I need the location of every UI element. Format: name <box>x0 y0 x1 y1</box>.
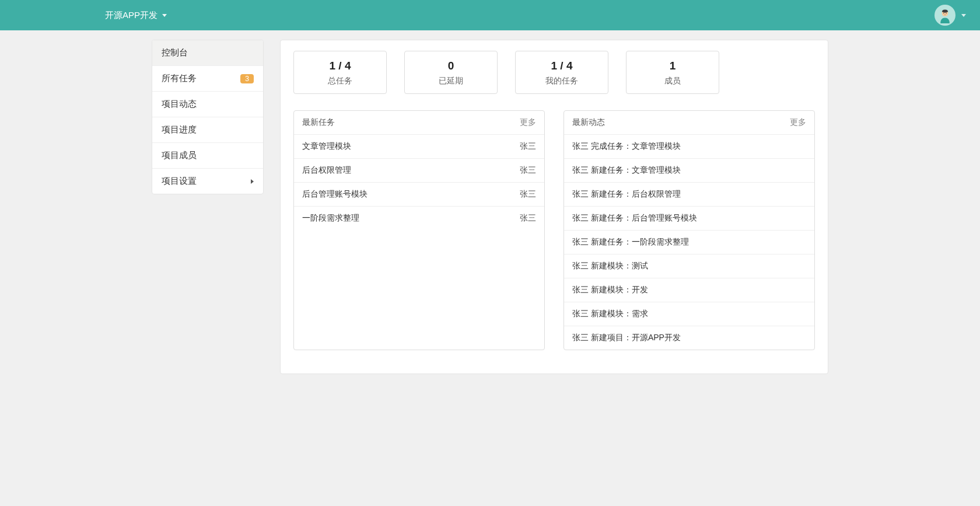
sidebar-item-members[interactable]: 项目成员 <box>152 143 263 169</box>
activity-text: 张三 新建模块：测试 <box>572 261 648 271</box>
activity-row[interactable]: 张三 新建任务：文章管理模块 <box>564 159 814 183</box>
activity-text: 张三 新建任务：一阶段需求整理 <box>572 237 689 247</box>
activity-row[interactable]: 张三 新建项目：开源APP开发 <box>564 326 814 350</box>
sidebar-list: 控制台 所有任务 3 项目动态 项目进度 项目成员 项目设置 <box>152 40 264 194</box>
sidebar-item-label: 项目动态 <box>162 99 197 110</box>
activity-text: 张三 新建任务：后台权限管理 <box>572 189 681 200</box>
svg-point-1 <box>943 13 944 13</box>
caret-right-icon <box>251 179 254 184</box>
panel-title: 最新任务 <box>302 117 335 128</box>
activity-row[interactable]: 张三 新建任务：一阶段需求整理 <box>564 231 814 254</box>
task-title: 后台权限管理 <box>302 165 351 176</box>
task-author: 张三 <box>520 189 536 200</box>
task-row[interactable]: 后台权限管理 张三 <box>294 159 544 183</box>
sidebar-item-label: 项目设置 <box>162 176 197 187</box>
sidebar-item-settings[interactable]: 项目设置 <box>152 169 263 194</box>
sidebar-item-label: 所有任务 <box>162 73 197 84</box>
activity-text: 张三 新建任务：后台管理账号模块 <box>572 213 697 224</box>
panel-title: 最新动态 <box>572 117 605 128</box>
caret-down-icon <box>162 14 167 17</box>
panels-row: 最新任务 更多 文章管理模块 张三 后台权限管理 张三 后台管理账号模块 张三 … <box>293 110 815 350</box>
page: 控制台 所有任务 3 项目动态 项目进度 项目成员 项目设置 1 <box>146 40 834 397</box>
task-row[interactable]: 后台管理账号模块 张三 <box>294 183 544 207</box>
stat-members[interactable]: 1 成员 <box>626 51 719 94</box>
sidebar-item-label: 项目成员 <box>162 150 197 161</box>
activity-row[interactable]: 张三 新建模块：需求 <box>564 302 814 326</box>
activity-row[interactable]: 张三 新建任务：后台管理账号模块 <box>564 207 814 231</box>
stat-total-tasks[interactable]: 1 / 4 总任务 <box>293 51 387 94</box>
more-link[interactable]: 更多 <box>790 117 806 128</box>
stat-overdue[interactable]: 0 已延期 <box>404 51 498 94</box>
activity-text: 张三 新建项目：开源APP开发 <box>572 333 681 343</box>
task-author: 张三 <box>520 165 536 176</box>
task-title: 一阶段需求整理 <box>302 213 359 224</box>
sidebar-item-label: 控制台 <box>162 47 188 58</box>
task-row[interactable]: 文章管理模块 张三 <box>294 135 544 159</box>
stat-label: 我的任务 <box>520 76 603 86</box>
task-row[interactable]: 一阶段需求整理 张三 <box>294 207 544 230</box>
avatar <box>935 5 956 26</box>
sidebar-item-label: 项目进度 <box>162 124 197 135</box>
stat-value: 1 / 4 <box>299 60 382 72</box>
panel-header: 最新动态 更多 <box>564 111 814 135</box>
topbar: 开源APP开发 <box>0 0 980 30</box>
stat-value: 1 / 4 <box>520 60 603 72</box>
stat-label: 成员 <box>631 76 714 86</box>
panel-header: 最新任务 更多 <box>294 111 544 135</box>
stat-value: 0 <box>410 60 492 72</box>
task-title: 后台管理账号模块 <box>302 189 368 200</box>
stats-row: 1 / 4 总任务 0 已延期 1 / 4 我的任务 1 成员 <box>293 51 815 94</box>
panel-latest-tasks: 最新任务 更多 文章管理模块 张三 后台权限管理 张三 后台管理账号模块 张三 … <box>293 110 545 350</box>
activity-text: 张三 新建模块：需求 <box>572 309 648 319</box>
sidebar-item-dashboard[interactable]: 控制台 <box>152 40 263 66</box>
task-author: 张三 <box>520 141 536 152</box>
main-content: 1 / 4 总任务 0 已延期 1 / 4 我的任务 1 成员 最新任务 更多 <box>280 40 828 374</box>
stat-label: 已延期 <box>410 76 492 86</box>
sidebar-item-progress[interactable]: 项目进度 <box>152 117 263 143</box>
task-title: 文章管理模块 <box>302 141 351 152</box>
activity-row[interactable]: 张三 新建任务：后台权限管理 <box>564 183 814 207</box>
sidebar-badge: 3 <box>240 74 254 83</box>
sidebar: 控制台 所有任务 3 项目动态 项目进度 项目成员 项目设置 <box>152 40 264 374</box>
activity-text: 张三 完成任务：文章管理模块 <box>572 141 681 152</box>
project-name: 开源APP开发 <box>105 10 158 21</box>
activity-row[interactable]: 张三 新建模块：测试 <box>564 254 814 278</box>
activity-text: 张三 新建任务：文章管理模块 <box>572 165 681 176</box>
caret-down-icon <box>961 14 966 17</box>
activity-row[interactable]: 张三 完成任务：文章管理模块 <box>564 135 814 159</box>
activity-row[interactable]: 张三 新建模块：开发 <box>564 278 814 302</box>
activity-text: 张三 新建模块：开发 <box>572 285 648 295</box>
project-selector[interactable]: 开源APP开发 <box>105 10 167 21</box>
stat-my-tasks[interactable]: 1 / 4 我的任务 <box>515 51 608 94</box>
stat-label: 总任务 <box>299 76 382 86</box>
sidebar-item-all-tasks[interactable]: 所有任务 3 <box>152 66 263 92</box>
sidebar-item-activity[interactable]: 项目动态 <box>152 92 263 117</box>
user-menu[interactable] <box>935 5 966 26</box>
svg-point-2 <box>946 13 946 13</box>
panel-latest-activity: 最新动态 更多 张三 完成任务：文章管理模块 张三 新建任务：文章管理模块 张三… <box>564 110 815 350</box>
more-link[interactable]: 更多 <box>520 117 536 128</box>
task-author: 张三 <box>520 213 536 224</box>
stat-value: 1 <box>631 60 714 72</box>
